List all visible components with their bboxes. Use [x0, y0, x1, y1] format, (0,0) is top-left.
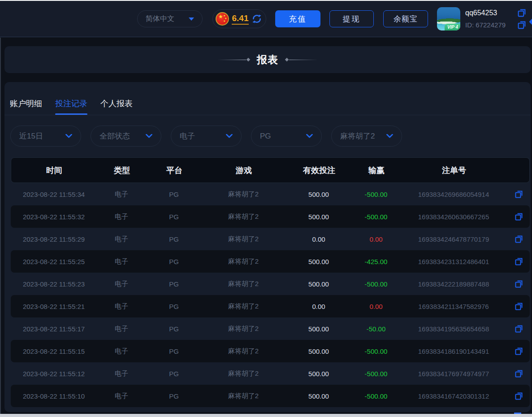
column-header: 注单号: [400, 165, 508, 176]
title-line-right: [289, 60, 318, 60]
tab-3[interactable]: 个人报表: [100, 98, 133, 115]
copy-order-icon[interactable]: [515, 369, 523, 378]
cell-order-no: 1693834211347582976: [400, 303, 507, 310]
title-diamond-right: [285, 58, 289, 61]
tab-2[interactable]: 投注记录: [55, 98, 87, 115]
cell-valid-bet: 500.00: [285, 370, 352, 378]
copy-user-id-icon[interactable]: [517, 21, 526, 30]
balance-amount[interactable]: 6.41: [232, 13, 249, 25]
cell-win-loss: -500.00: [352, 370, 400, 378]
cell-platform: PG: [146, 303, 202, 310]
copy-order-icon[interactable]: [515, 392, 523, 400]
cell-game: 麻将胡了2: [202, 280, 285, 288]
copy-order-icon[interactable]: [515, 302, 523, 311]
window-left-edge: [0, 38, 1, 414]
cell-platform: PG: [146, 392, 202, 400]
chevron-down-icon: [189, 17, 194, 21]
table-header: 时间类型平台游戏有效投注输赢注单号: [11, 157, 530, 183]
filter-dropdown-2[interactable]: 全部状态: [91, 126, 161, 147]
chevron-down-icon: [386, 134, 393, 138]
cell-game: 麻将胡了2: [202, 257, 285, 266]
horizontal-scrollbar[interactable]: [0, 414, 532, 417]
cell-platform: PG: [146, 325, 202, 333]
cell-order-no: 1693834176974974977: [400, 370, 507, 378]
user-info: qq654253 ID: 67224279: [465, 9, 526, 30]
filter-value: 电子: [180, 131, 195, 141]
avatar[interactable]: VIP 4: [437, 7, 460, 30]
cell-type: 电子: [97, 302, 146, 311]
cell-platform: PG: [146, 280, 202, 288]
cell-order-no: 1693834260630667265: [400, 213, 507, 221]
copy-order-icon[interactable]: [515, 347, 523, 356]
copy-order-icon[interactable]: [515, 190, 523, 199]
withdraw-button[interactable]: 提现: [329, 10, 374, 27]
table-row: 2023-08-22 11:55:12电子PG麻将胡了2500.00-500.0…: [11, 362, 530, 385]
cell-win-loss: 0.00: [352, 303, 400, 310]
cell-valid-bet: 500.00: [285, 191, 352, 198]
cell-time: 2023-08-22 11:55:10: [11, 392, 97, 400]
cell-valid-bet: 500.00: [285, 325, 352, 333]
cell-type: 电子: [97, 257, 146, 266]
copy-order-icon[interactable]: [515, 325, 523, 333]
scrollbar-accent: [514, 413, 521, 414]
cell-time: 2023-08-22 11:55:34: [11, 191, 97, 198]
chevron-down-icon: [226, 134, 233, 138]
filter-dropdown-1[interactable]: 近15日: [10, 126, 81, 147]
copy-username-icon[interactable]: [517, 9, 526, 17]
copy-order-icon[interactable]: [515, 257, 523, 266]
column-header: 时间: [11, 165, 97, 176]
tab-1[interactable]: 账户明细: [10, 98, 42, 115]
column-header: 游戏: [202, 165, 285, 176]
cell-valid-bet: 500.00: [285, 258, 352, 265]
table-row: 2023-08-22 11:55:15电子PG麻将胡了2500.00-500.0…: [11, 340, 530, 362]
cell-win-loss: -500.00: [352, 213, 400, 221]
cell-order-no: 1693834222189887488: [400, 280, 507, 288]
balance-widget[interactable]: ★★★★ 6.41: [212, 9, 266, 28]
copy-order-icon[interactable]: [515, 213, 523, 221]
window-top-edge: [0, 0, 532, 1]
dropdown-caret-icon[interactable]: [529, 17, 532, 26]
filter-dropdown-3[interactable]: 电子: [171, 126, 242, 147]
cell-game: 麻将胡了2: [202, 235, 285, 243]
refresh-icon[interactable]: [251, 13, 262, 24]
yuebao-button[interactable]: 余额宝: [383, 10, 428, 27]
cell-time: 2023-08-22 11:55:15: [11, 348, 97, 355]
cell-win-loss: -500.00: [352, 348, 400, 355]
cell-type: 电子: [97, 235, 146, 243]
table-row: 2023-08-22 11:55:32电子PG麻将胡了2500.00-500.0…: [11, 205, 530, 228]
report-title-panel: 报表: [4, 46, 531, 73]
cell-type: 电子: [97, 280, 146, 288]
cell-type: 电子: [97, 325, 146, 333]
filter-value: 麻将胡了2: [340, 131, 375, 141]
cell-time: 2023-08-22 11:55:29: [11, 235, 97, 243]
cell-win-loss: -500.00: [352, 392, 400, 400]
header: 简体中文 ★★★★ 6.41 充值 提现 余额宝 VIP 4 qq654253: [0, 1, 532, 37]
filters: 近15日全部状态电子PG麻将胡了2: [10, 126, 531, 147]
cell-time: 2023-08-22 11:55:12: [11, 370, 97, 378]
cell-platform: PG: [146, 348, 202, 355]
copy-order-icon[interactable]: [515, 280, 523, 288]
filter-value: PG: [260, 132, 271, 141]
filter-dropdown-4[interactable]: PG: [251, 126, 322, 147]
cell-game: 麻将胡了2: [202, 369, 285, 378]
cell-win-loss: -425.00: [352, 258, 400, 265]
cell-win-loss: 0.00: [352, 235, 400, 243]
cell-type: 电子: [97, 369, 146, 378]
chevron-down-icon: [306, 134, 313, 138]
table-row: 2023-08-22 11:55:21电子PG麻将胡了20.000.001693…: [11, 295, 530, 317]
cell-game: 麻将胡了2: [202, 325, 285, 333]
column-header: 平台: [147, 165, 202, 176]
cell-game: 麻将胡了2: [202, 392, 285, 400]
table-row: 2023-08-22 11:55:10电子PG麻将胡了2500.00-500.0…: [11, 385, 530, 407]
cell-order-no: 1693834195635654658: [400, 325, 507, 333]
main-panel: 账户明细投注记录个人报表 近15日全部状态电子PG麻将胡了2 时间类型平台游戏有…: [4, 82, 531, 412]
language-selector[interactable]: 简体中文: [137, 10, 203, 27]
cell-valid-bet: 0.00: [285, 303, 352, 310]
cell-valid-bet: 500.00: [285, 213, 352, 221]
copy-order-icon[interactable]: [515, 235, 523, 243]
table-row: 2023-08-22 11:55:34电子PG麻将胡了2500.00-500.0…: [11, 183, 530, 205]
user-id: ID: 67224279: [465, 21, 506, 29]
cell-valid-bet: 500.00: [285, 348, 352, 355]
deposit-button[interactable]: 充值: [275, 10, 320, 27]
filter-dropdown-5[interactable]: 麻将胡了2: [331, 126, 402, 147]
